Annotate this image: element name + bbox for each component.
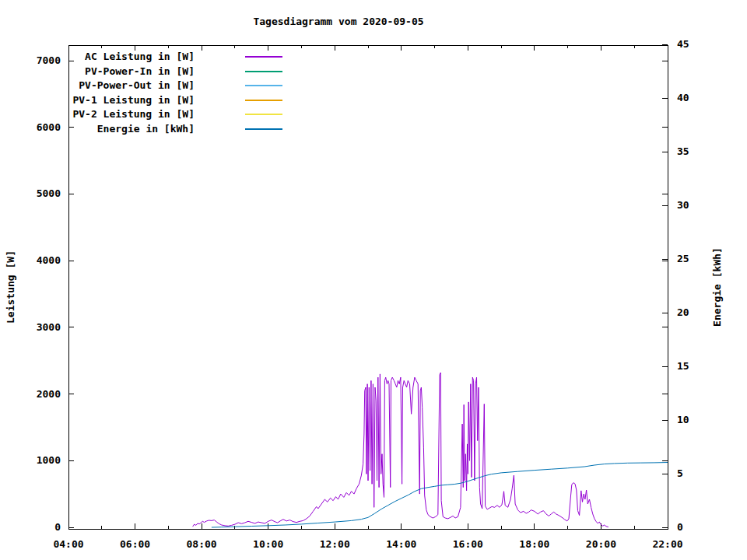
legend-label: PV-2 Leistung in [W] <box>72 108 195 120</box>
legend-label: AC Leistung in [W] <box>85 51 195 62</box>
y-left-tick-label: 2000 <box>37 388 61 400</box>
y-left-tick-label: 4000 <box>37 254 61 266</box>
x-tick-label: 04:00 <box>53 538 83 550</box>
y-right-tick-label: 25 <box>677 253 689 264</box>
y-left-tick-label: 1000 <box>37 454 61 466</box>
y-left-tick-label: 5000 <box>37 187 61 199</box>
y-left-tick-label: 6000 <box>37 121 61 133</box>
y-right-tick-label: 45 <box>677 38 689 50</box>
chart-svg: Tagesdiagramm vom 2020-09-0504:0006:0008… <box>0 0 747 560</box>
y-right-tick-label: 35 <box>677 145 689 157</box>
x-tick-label: 12:00 <box>320 538 350 550</box>
y-right-tick-label: 30 <box>677 199 689 211</box>
x-tick-label: 10:00 <box>253 538 283 550</box>
x-tick-label: 16:00 <box>453 538 483 550</box>
x-tick-label: 14:00 <box>386 538 416 550</box>
chart-figure: Tagesdiagramm vom 2020-09-0504:0006:0008… <box>0 0 747 560</box>
y-right-tick-label: 5 <box>677 467 683 479</box>
x-tick-label: 06:00 <box>120 538 150 550</box>
x-tick-label: 08:00 <box>187 538 217 550</box>
y-left-tick-label: 7000 <box>37 54 61 66</box>
y-right-tick-label: 15 <box>677 360 689 372</box>
legend-label: PV-Power-In in [W] <box>85 65 195 77</box>
legend-label: Energie in [kWh] <box>97 123 195 135</box>
series-line-ac-leistung-in-w- <box>193 373 608 527</box>
y-right-tick-label: 40 <box>677 92 689 103</box>
x-tick-label: 22:00 <box>652 538 682 550</box>
y-left-tick-label: 3000 <box>37 321 61 333</box>
y-right-tick-label: 0 <box>677 521 683 533</box>
series-line-energie-in-kwh- <box>212 463 668 528</box>
x-tick-label: 18:00 <box>519 538 549 550</box>
y-left-tick-label: 0 <box>54 521 61 533</box>
y-right-tick-label: 20 <box>677 306 689 318</box>
y-right-tick-label: 10 <box>677 414 689 425</box>
y-right-axis-title: Energie [kWh] <box>711 247 723 327</box>
legend-label: PV-1 Leistung in [W] <box>72 94 195 106</box>
chart-title: Tagesdiagramm vom 2020-09-05 <box>253 16 423 27</box>
x-tick-label: 20:00 <box>586 538 616 550</box>
legend-label: PV-Power-Out in [W] <box>79 79 195 91</box>
y-left-axis-title: Leistung [W] <box>5 250 16 324</box>
